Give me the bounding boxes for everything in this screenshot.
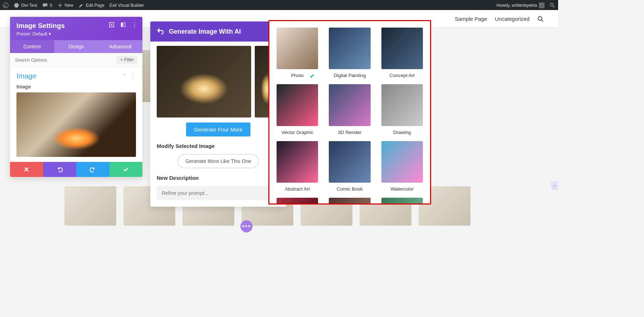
style-thumb	[329, 84, 370, 126]
undo-button[interactable]	[43, 162, 77, 177]
ai-body: Generate Four More Modify Selected Image…	[150, 42, 286, 207]
chevron-down-icon: ▾	[49, 31, 51, 37]
page-search-icon[interactable]	[537, 16, 544, 22]
style-name: Digital Painting	[333, 73, 366, 78]
section-more-icon[interactable]: ⋮	[130, 73, 136, 80]
image-style-popup: Photo✔Digital PaintingConcept ArtVector …	[268, 20, 431, 205]
admin-search-icon[interactable]	[550, 3, 555, 8]
settings-header: Image Settings Preset: Default▾ ⋮	[10, 17, 142, 40]
style-option-vector-graphic[interactable]: Vector Graphic	[277, 84, 318, 135]
style-name: Abstract Art	[285, 186, 310, 192]
style-option-abstract-art[interactable]: Abstract Art	[277, 141, 318, 192]
preset-dropdown[interactable]: Preset: Default▾	[16, 31, 136, 37]
section-title[interactable]: Image	[16, 72, 36, 80]
site-name-link[interactable]: Divi Test	[14, 3, 37, 8]
style-thumb	[277, 141, 318, 183]
image-settings-panel: Image Settings Preset: Default▾ ⋮ Conten…	[10, 17, 142, 177]
style-name: Concept Art	[390, 73, 415, 78]
style-thumb	[381, 141, 423, 183]
style-thumb	[329, 28, 370, 69]
add-module-button[interactable]: •••	[240, 220, 253, 232]
new-link[interactable]: New	[57, 3, 73, 8]
style-thumb	[381, 28, 423, 69]
style-option-comic-book[interactable]: Comic Book	[329, 141, 370, 192]
style-name: Comic Book	[337, 186, 363, 192]
svg-point-3	[538, 16, 542, 20]
style-option-digital-painting[interactable]: Digital Painting	[329, 28, 370, 78]
style-thumb	[381, 84, 423, 126]
style-thumb	[277, 198, 318, 205]
howdy-link[interactable]: Howdy, writtenbyekta	[497, 3, 545, 8]
cancel-button[interactable]	[10, 162, 43, 177]
style-thumb	[329, 198, 370, 205]
modify-selected-label: Modify Selected Image	[157, 143, 280, 149]
style-thumb	[329, 141, 370, 183]
panel-layout-icon[interactable]	[120, 22, 126, 28]
style-option-more[interactable]	[381, 198, 423, 205]
style-option-more[interactable]	[329, 198, 370, 205]
more-icon[interactable]: ⋮	[132, 22, 137, 28]
avatar	[539, 3, 545, 8]
style-name: Photo✔	[291, 73, 304, 78]
edit-page-label: Edit Page	[86, 3, 104, 8]
style-option-drawing[interactable]: Drawing	[381, 84, 423, 135]
style-thumb	[277, 84, 318, 126]
nav-sample-page[interactable]: Sample Page	[455, 16, 487, 22]
ai-header: Generate Image With AI	[150, 21, 286, 42]
style-option-photo[interactable]: Photo✔	[277, 28, 318, 78]
search-options-input[interactable]	[15, 57, 117, 63]
svg-rect-7	[123, 23, 125, 27]
settings-footer	[10, 162, 142, 177]
style-option-3d-render[interactable]: 3D Render	[329, 84, 370, 135]
new-label: New	[65, 3, 73, 8]
svg-point-5	[111, 24, 112, 25]
style-name: Drawing	[393, 130, 411, 135]
style-option-more[interactable]	[277, 198, 318, 205]
redo-button[interactable]	[76, 162, 109, 177]
plus-icon: +	[120, 57, 123, 62]
filter-button[interactable]: +Filter	[117, 56, 137, 64]
exit-builder-link[interactable]: Exit Visual Builder	[109, 3, 144, 8]
image-field-label: Image	[16, 84, 136, 90]
style-grid: Photo✔Digital PaintingConcept ArtVector …	[277, 28, 423, 205]
wp-admin-bar: Divi Test 0 New Edit Page Exit Visual Bu…	[0, 0, 558, 11]
ai-title: Generate Image With AI	[169, 28, 241, 35]
back-icon[interactable]	[157, 27, 164, 36]
image-preview[interactable]	[16, 92, 136, 157]
refine-prompt-input[interactable]	[157, 186, 280, 200]
comments-count: 0	[50, 3, 52, 8]
side-toggle-button[interactable]: ›‹	[551, 181, 558, 190]
new-description-label: New Description	[157, 175, 280, 181]
tab-content[interactable]: Content	[10, 40, 54, 53]
tab-design[interactable]: Design	[54, 40, 98, 53]
nav-uncategorized[interactable]: Uncategorized	[495, 16, 530, 22]
svg-rect-6	[121, 23, 123, 27]
style-name: Vector Graphic	[282, 130, 313, 135]
tab-advanced[interactable]: Advanced	[98, 40, 142, 53]
comments-link[interactable]: 0	[42, 3, 52, 8]
style-thumb	[277, 28, 318, 69]
ai-result-image[interactable]	[157, 46, 251, 117]
save-button[interactable]	[109, 162, 143, 177]
generate-more-like-button[interactable]: Generate More Like This One	[177, 154, 259, 168]
collapse-icon[interactable]: ⌃	[122, 73, 127, 80]
bg-thumb	[64, 186, 116, 226]
wp-logo-icon[interactable]	[3, 3, 9, 8]
ai-result-grid	[157, 46, 280, 117]
style-option-concept-art[interactable]: Concept Art	[381, 28, 423, 78]
generate-ai-panel: Generate Image With AI Generate Four Mor…	[150, 21, 286, 207]
generate-four-more-button[interactable]: Generate Four More	[186, 123, 250, 136]
check-icon: ✔	[310, 73, 314, 80]
search-row: +Filter	[10, 53, 142, 67]
settings-tabs: Content Design Advanced	[10, 40, 142, 53]
style-name: 3D Render	[338, 130, 361, 135]
style-thumb	[381, 198, 423, 205]
style-name: Watercolor	[390, 186, 414, 192]
edit-page-link[interactable]: Edit Page	[78, 3, 104, 8]
site-name: Divi Test	[21, 3, 37, 8]
svg-point-1	[14, 3, 19, 8]
style-option-watercolor[interactable]: Watercolor	[381, 141, 423, 192]
expand-icon[interactable]	[109, 22, 114, 28]
settings-body: Image ⌃ ⋮ Image	[10, 67, 142, 162]
svg-point-2	[550, 3, 553, 6]
